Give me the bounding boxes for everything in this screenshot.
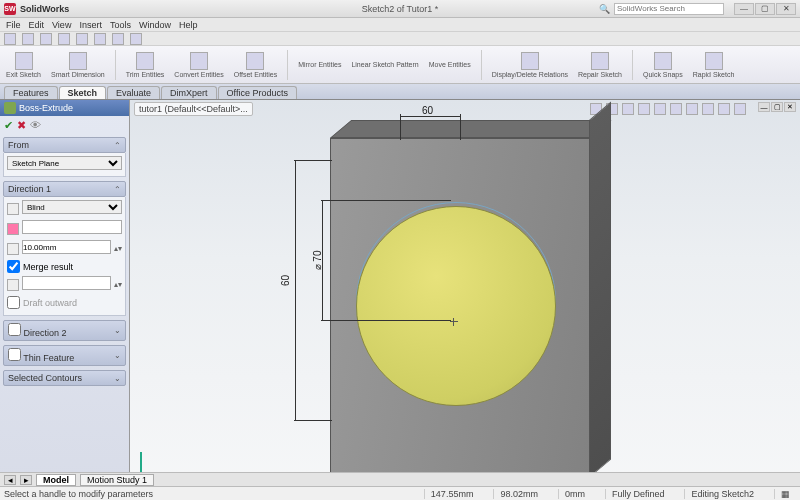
direction-vector-icon[interactable] <box>7 223 19 235</box>
dimension-extension <box>400 114 401 140</box>
tab-evaluate[interactable]: Evaluate <box>107 86 160 99</box>
linear-pattern-button[interactable]: Linear Sketch Pattern <box>351 61 418 68</box>
draft-angle-input[interactable] <box>22 276 111 290</box>
boss-preview-face[interactable] <box>356 206 556 406</box>
tab-prev-button[interactable]: ◂ <box>4 475 16 485</box>
save-icon[interactable] <box>40 33 52 45</box>
dimension-height[interactable]: 60 <box>280 275 291 286</box>
move-entities-button[interactable]: Move Entities <box>429 61 471 68</box>
pm-contours-header[interactable]: Selected Contours ⌄ <box>3 370 126 386</box>
tab-dimxpert[interactable]: DimXpert <box>161 86 217 99</box>
dimension-line <box>400 116 460 117</box>
menu-tools[interactable]: Tools <box>110 20 131 30</box>
repair-sketch-button[interactable]: Repair Sketch <box>578 52 622 78</box>
dimension-extension <box>321 320 451 321</box>
app-logo: SW SolidWorks <box>4 3 69 15</box>
pm-title: Boss-Extrude <box>19 103 73 113</box>
pm-group-direction2: Direction 2 ⌄ <box>3 320 126 341</box>
exit-sketch-button[interactable]: Exit Sketch <box>6 52 41 78</box>
offset-entities-button[interactable]: Offset Entities <box>234 52 277 78</box>
minimize-button[interactable]: — <box>734 3 754 15</box>
pm-dir1-header[interactable]: Direction 1 ⌃ <box>3 181 126 197</box>
status-x: 147.55mm <box>424 489 480 499</box>
solidworks-icon: SW <box>4 3 16 15</box>
mirror-entities-button[interactable]: Mirror Entities <box>298 61 341 68</box>
pm-from-header[interactable]: From ⌃ <box>3 137 126 153</box>
pm-group-direction1: Direction 1 ⌃ Blind ▴▾ <box>3 181 126 316</box>
ribbon-separator <box>632 50 633 80</box>
draft-outward-label: Draft outward <box>23 298 77 308</box>
graphics-viewport[interactable]: tutor1 (Default<<Default>... — ▢ ✕ <box>130 100 800 496</box>
app-name: SolidWorks <box>20 4 69 14</box>
dimension-width[interactable]: 60 <box>422 105 433 116</box>
dimension-extension <box>294 420 332 421</box>
menu-help[interactable]: Help <box>179 20 198 30</box>
display-relations-button[interactable]: Display/Delete Relations <box>492 52 568 78</box>
status-defined: Fully Defined <box>605 489 671 499</box>
orientation-triad[interactable] <box>140 442 170 472</box>
pm-dir2-header[interactable]: Direction 2 ⌄ <box>3 320 126 341</box>
dir2-checkbox[interactable] <box>8 323 21 336</box>
search-input[interactable] <box>614 3 724 15</box>
menu-edit[interactable]: Edit <box>29 20 45 30</box>
spinner-icon[interactable]: ▴▾ <box>114 280 122 289</box>
new-icon[interactable] <box>4 33 16 45</box>
rebuild-icon[interactable] <box>112 33 124 45</box>
tab-model[interactable]: Model <box>36 474 76 486</box>
smart-dimension-button[interactable]: Smart Dimension <box>51 52 105 78</box>
tab-sketch[interactable]: Sketch <box>59 86 107 99</box>
menu-view[interactable]: View <box>52 20 71 30</box>
convert-icon <box>190 52 208 70</box>
trim-entities-button[interactable]: Trim Entities <box>126 52 165 78</box>
pm-thin-header[interactable]: Thin Feature ⌄ <box>3 345 126 366</box>
quick-snaps-button[interactable]: Quick Snaps <box>643 52 683 78</box>
convert-entities-button[interactable]: Convert Entities <box>174 52 223 78</box>
reverse-direction-icon[interactable] <box>7 203 19 215</box>
main-area: Boss-Extrude ✔ ✖ 👁 From ⌃ Sketch Plane D… <box>0 100 800 496</box>
dimension-extension <box>321 200 451 201</box>
open-icon[interactable] <box>22 33 34 45</box>
direction-field[interactable] <box>22 220 122 234</box>
dimension-diameter[interactable]: ⌀ 70 <box>312 251 323 271</box>
rapid-sketch-button[interactable]: Rapid Sketch <box>693 52 735 78</box>
menu-window[interactable]: Window <box>139 20 171 30</box>
merge-result-label: Merge result <box>23 262 73 272</box>
block-side-face[interactable] <box>589 102 611 478</box>
draft-icon[interactable] <box>7 279 19 291</box>
spinner-icon[interactable]: ▴▾ <box>114 244 122 253</box>
from-select[interactable]: Sketch Plane <box>7 156 122 170</box>
extrude-icon <box>4 102 16 114</box>
options-icon[interactable] <box>130 33 142 45</box>
tab-motion-study[interactable]: Motion Study 1 <box>80 474 154 486</box>
trim-icon <box>136 52 154 70</box>
cancel-button[interactable]: ✖ <box>17 119 26 132</box>
merge-result-checkbox[interactable] <box>7 260 20 273</box>
ok-button[interactable]: ✔ <box>4 119 13 132</box>
maximize-button[interactable]: ▢ <box>755 3 775 15</box>
status-z: 0mm <box>558 489 591 499</box>
block-top-face[interactable] <box>330 120 611 138</box>
ribbon-separator <box>287 50 288 80</box>
end-condition-select[interactable]: Blind <box>22 200 122 214</box>
pm-group-thin: Thin Feature ⌄ <box>3 345 126 366</box>
title-bar: SW SolidWorks Sketch2 of Tutor1 * 🔍 — ▢ … <box>0 0 800 18</box>
offset-icon <box>246 52 264 70</box>
menu-file[interactable]: File <box>6 20 21 30</box>
undo-icon[interactable] <box>76 33 88 45</box>
y-axis-icon <box>140 452 142 472</box>
thin-checkbox[interactable] <box>8 348 21 361</box>
redo-icon[interactable] <box>94 33 106 45</box>
status-mode: Editing Sketch2 <box>684 489 760 499</box>
tab-next-button[interactable]: ▸ <box>20 475 32 485</box>
status-unit-icon[interactable]: ▦ <box>774 489 796 499</box>
pm-confirm-row: ✔ ✖ 👁 <box>0 116 129 135</box>
tab-features[interactable]: Features <box>4 86 58 99</box>
detailed-preview-button[interactable]: 👁 <box>30 119 41 132</box>
print-icon[interactable] <box>58 33 70 45</box>
draft-outward-checkbox[interactable] <box>7 296 20 309</box>
rapid-icon <box>705 52 723 70</box>
menu-insert[interactable]: Insert <box>79 20 102 30</box>
tab-office-products[interactable]: Office Products <box>218 86 297 99</box>
close-button[interactable]: ✕ <box>776 3 796 15</box>
depth-input[interactable] <box>22 240 111 254</box>
